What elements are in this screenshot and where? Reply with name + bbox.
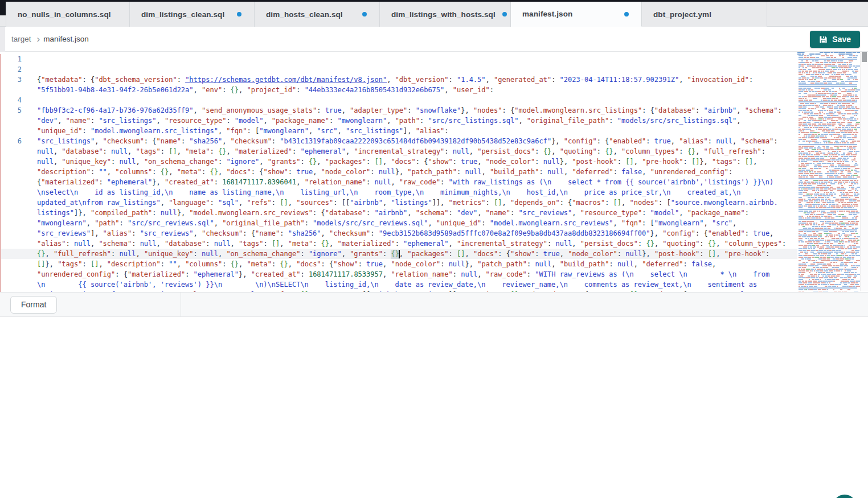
line-number: 5 [0,105,25,116]
line-number: 2 [0,64,25,75]
code-text: "unrendered_config": {"materialized": "e… [25,269,769,279]
breadcrumb-chevron-icon: › [37,34,40,44]
code-text: listings"]}, "compiled_path": null}, "mo… [25,208,749,218]
save-icon [819,35,828,44]
code-row: "description": "", "columns": {}, "meta"… [0,167,797,177]
tab-label: dbt_project.yml [653,10,711,19]
results-panel [0,318,868,498]
tab-label: dim_listings_with_hosts.sql [391,10,496,19]
line-number [0,167,25,177]
unsaved-changes-icon[interactable] [237,12,241,17]
line-number [0,208,25,218]
code-row: updated_at\nfrom raw_listings", "languag… [0,197,797,208]
line-number: 6 [0,136,25,146]
line-number [0,116,25,126]
code-row: listings"]}, "compiled_path": null}, "mo… [0,208,797,218]
line-number [0,157,25,167]
window-corner [0,0,6,15]
code-row: "5f51bb91-94b8-4e31-94f2-26b5e061d22a", … [0,85,797,95]
code-row: []}, "tags": [], "description": "", "col… [0,259,797,269]
minimap[interactable] [797,50,860,291]
tab-dim-listings-clean-sql[interactable]: dim_listings_clean.sql [130,2,255,27]
tab-label: dim_hosts_clean.sql [266,10,343,19]
line-number [0,85,25,95]
tab-manifest-json[interactable]: manifest.json [511,2,642,27]
code-text: "src_reviews"], "alias": "src_reviews", … [25,228,773,238]
tab-label: dim_listings_clean.sql [141,10,224,19]
code-text: \n {{ source('airbnb', 'reviews') }}\n \… [25,279,757,290]
code-text: "unique_id": "model.mwonglearn.src_listi… [25,126,449,136]
tab-dbt-project-yml[interactable]: dbt_project.yml [642,2,767,27]
code-row: null, "database": null, "tags": [], "met… [0,146,797,157]
editor-tab-bar: no_nulls_in_columns.sqldim_listings_clea… [0,2,868,27]
code-row: 1 [0,54,797,64]
code-text: []}, "tags": [], "description": "", "col… [25,259,716,269]
text-cursor [399,250,400,258]
code-text [25,95,37,105]
editor-footer-bar: Format [0,292,868,317]
code-row: "alias": null, "schema": null, "database… [0,238,797,249]
code-row: {"materialized": "ephemeral"}, "created_… [0,177,797,187]
code-text: "alias": null, "schema": null, "database… [25,238,786,249]
tab-label: no_nulls_in_columns.sql [18,10,111,19]
line-number [0,269,25,279]
line-number: 1 [0,54,25,64]
line-number [0,279,25,290]
code-row: "unique_id": "model.mwonglearn.src_listi… [0,126,797,136]
code-row: 2 [0,64,797,75]
scrollbar[interactable] [860,50,868,291]
code-text: {"materialized": "ephemeral"}, "created_… [25,177,773,187]
code-row: "unrendered_config": {"materialized": "e… [0,269,797,279]
code-row: 4 [0,95,797,105]
format-button[interactable]: Format [10,296,57,314]
unsaved-changes-icon[interactable] [362,12,367,17]
unsaved-changes-icon[interactable] [624,12,629,17]
code-text: "dev", "name": "src_listings", "resource… [25,116,741,126]
tab-no-nulls-in-columns-sql[interactable]: no_nulls_in_columns.sql [6,2,130,27]
code-text: null, "unique_key": null, "on_schema_cha… [25,157,758,167]
code-row: "dev", "name": "src_listings", "resource… [0,116,797,126]
line-number [0,197,25,208]
code-row: null, "unique_key": null, "on_schema_cha… [0,157,797,167]
breadcrumb-folder: target [11,35,31,43]
line-number [0,126,25,136]
code-text: "mwonglearn", "path": "src/src_reviews.s… [25,218,736,228]
code-row: 5"fbb9f3c2-cf96-4a17-b736-976a62d35ff9",… [0,105,797,116]
tab-dim-hosts-clean-sql[interactable]: dim_hosts_clean.sql [255,2,380,27]
code-text: "src_listings", "checksum": {"name": "sh… [25,136,778,146]
code-text: "fbb9f3c2-cf96-4a17-b736-976a62d35ff9", … [25,105,782,116]
save-button[interactable]: Save [810,31,860,48]
code-text: null, "database": null, "tags": [], "met… [25,146,765,157]
unsaved-changes-icon[interactable] [502,12,507,17]
breadcrumb: target › manifest.json [0,27,868,52]
code-text [25,64,37,75]
code-text: {"metadata": {"dbt_schema_version": "htt… [25,75,753,85]
left-edge-strip [0,27,5,52]
window-top-edge [0,0,868,2]
code-row: \nselect\n id as listing_id,\n name as l… [0,187,797,197]
line-number [0,218,25,228]
tab-dim-listings-with-hosts-sql[interactable]: dim_listings_with_hosts.sql [380,2,511,27]
code-text: "5f51bb91-94b8-4e31-94f2-26b5e061d22a", … [25,85,494,95]
line-number [0,177,25,187]
tab-label: manifest.json [522,10,572,18]
line-number [0,238,25,249]
code-row: \n {{ source('airbnb', 'reviews') }}\n \… [0,279,797,290]
line-number [0,187,25,197]
code-text: "description": "", "columns": {}, "meta"… [25,167,732,177]
scrollbar-thumb[interactable] [862,51,867,62]
save-button-label: Save [832,35,851,44]
line-number [0,249,25,259]
line-number: 4 [0,95,25,105]
breadcrumb-file: manifest.json [43,35,89,43]
footer-divider [181,292,181,317]
line-number [0,259,25,269]
code-text: updated_at\nfrom raw_listings", "languag… [25,197,778,208]
code-text [25,54,37,64]
code-text: \nselect\n id as listing_id,\n name as l… [25,187,740,197]
code-row: 6"src_listings", "checksum": {"name": "s… [0,136,797,146]
code-row: "src_reviews"], "alias": "src_reviews", … [0,228,797,238]
line-number [0,146,25,157]
code-row: 3{"metadata": {"dbt_schema_version": "ht… [0,75,797,85]
code-row: "mwonglearn", "path": "src/src_reviews.s… [0,218,797,228]
